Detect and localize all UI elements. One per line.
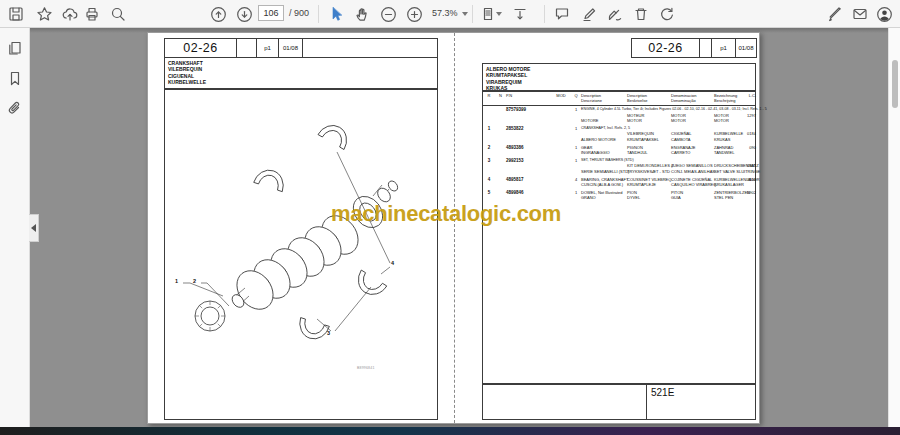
toolbar-separator [318, 5, 319, 23]
column-header: L.C. [745, 94, 756, 99]
column-header: R [483, 94, 495, 99]
callout-2: 2 [193, 278, 196, 284]
left-page-header: 02-26 p1 01/08 [164, 38, 438, 58]
description-cell: KRUMTAPAKSEL [627, 137, 671, 143]
description-cell: CONJ. MEIAS-ANILHAS [671, 169, 714, 175]
description-cell: TRYKSKIVESÆT - STD [627, 169, 671, 175]
table-row: 329921531SET, THRUST WASHERS (STD)KIT DE… [483, 158, 755, 175]
zoom-out-icon[interactable] [376, 2, 400, 26]
parts-table-rows: 875793991ENGINE, 4 Cylinder 4.5L Turbo, … [483, 107, 755, 203]
description-cell: CASQUILHO VIRABREQ. [671, 182, 714, 188]
table-row: 448958174BEARING, CRANKSHAFTCOUSSINET VI… [483, 177, 755, 188]
select-tool-icon[interactable] [324, 2, 348, 26]
previous-page-icon[interactable] [206, 2, 230, 26]
star-icon[interactable] [32, 2, 56, 26]
header-spacer [237, 39, 257, 57]
hand-tool-icon[interactable] [350, 2, 374, 26]
crankshaft-drawing [165, 90, 437, 419]
toolbar-separator [472, 5, 473, 23]
callout-3: 3 [327, 330, 330, 336]
rotate-icon[interactable] [655, 2, 679, 26]
description-cell: GRANO [581, 195, 627, 201]
document-viewer[interactable]: 02-26 p1 01/08 CRANKSHAFT VILEBREQUIN CI… [30, 28, 888, 427]
scrolling-mode-icon[interactable] [508, 2, 532, 26]
description-cell: TANDWIEL [714, 150, 745, 156]
model-box-empty-cell [483, 385, 647, 419]
description-cell: CARRETO [671, 150, 714, 156]
section-number: 02-26 [165, 39, 237, 57]
description-cell: KRUMTAPLEJE [627, 182, 671, 188]
header-spacer [303, 39, 437, 57]
search-icon[interactable] [106, 2, 130, 26]
collapse-arrow-icon [31, 224, 36, 232]
figure-code: B8996841 [357, 366, 375, 370]
fill-sign-pen-icon[interactable] [822, 2, 846, 26]
description-cell: DYVEL [627, 195, 671, 201]
account-icon[interactable] [872, 2, 896, 26]
revision-label: 01/08 [736, 39, 756, 57]
table-row: 248933861GEARPIGNONENGRANAJEZAHNRAD090IN… [483, 145, 755, 156]
table-row: 128538221CRANKSHAFT, Incl. Refs. 2, 5VIL… [483, 126, 755, 143]
zoom-in-icon[interactable] [402, 2, 426, 26]
signature-icon[interactable] [603, 2, 627, 26]
parts-table-header: RNP.NMODQDescription DescrizioneDescript… [483, 92, 755, 106]
model-code: 521E [647, 385, 755, 419]
comment-icon[interactable] [550, 2, 574, 26]
delete-icon[interactable] [629, 2, 653, 26]
attachments-icon[interactable] [3, 96, 27, 120]
page-view-caret-icon[interactable] [496, 12, 502, 16]
next-page-icon[interactable] [232, 2, 256, 26]
fold-line [454, 33, 455, 423]
save-icon[interactable] [4, 2, 28, 26]
sidebar-rail [0, 28, 30, 427]
description-cell: STEL PEN [714, 195, 745, 201]
description-cell: KRUKASLAGER [714, 182, 745, 188]
description-cell: MOTOR [671, 118, 714, 124]
description-cell: TANDHJUL [627, 150, 671, 156]
model-box: 521E [482, 384, 756, 420]
description-cell: KRUKAS [714, 137, 745, 143]
bookmarks-icon[interactable] [3, 66, 27, 90]
scrollbar-thumb[interactable] [892, 60, 898, 108]
description-cell: SERIE SEMIANELLI (STD) [581, 169, 627, 175]
parts-table: RNP.NMODQDescription DescrizioneDescript… [482, 91, 756, 384]
pdf-page-spread: 02-26 p1 01/08 CRANKSHAFT VILEBREQUIN CI… [147, 32, 760, 424]
description-cell: CAMBOTA [671, 137, 714, 143]
table-row: 548998461DOWEL, Not IllustratedPIONPITON… [483, 190, 755, 201]
print-icon[interactable] [80, 2, 104, 26]
zoom-caret-icon[interactable] [462, 12, 468, 16]
description-cell: MOTOR [714, 118, 745, 124]
page-label: p1 [712, 39, 736, 57]
page-count-label: / 900 [289, 8, 309, 18]
header-spacer [700, 39, 712, 57]
column-header: Description Beskrivelse [627, 94, 671, 104]
title-de: KURBELWELLE [168, 79, 434, 85]
pdf-viewer-window: / 900 57.3% 02-26 [0, 0, 900, 435]
exploded-view-frame: 1 2 3 4 B8996841 [164, 89, 438, 420]
description-cell: CUSCIN.(ALB.A GOM.) [581, 182, 627, 188]
pencil-highlight-icon[interactable] [577, 2, 601, 26]
description-cell: ALBERO MOTORE [581, 137, 627, 143]
page-thumbnails-icon[interactable] [3, 36, 27, 60]
zoom-level-value[interactable]: 57.3% [432, 8, 458, 18]
column-header: Description Descrizione [581, 94, 627, 104]
watermark: machinecatalogic.com [331, 201, 561, 227]
cloud-upload-icon[interactable] [58, 2, 82, 26]
vertical-scrollbar[interactable] [888, 28, 900, 427]
table-row: 875793991ENGINE, 4 Cylinder 4.5L Turbo, … [483, 107, 755, 124]
page-number-input[interactable] [258, 5, 284, 21]
section-number: 02-26 [632, 39, 700, 57]
left-page-titles: CRANKSHAFT VILEBREQUIN CIGUENAL KURBELWE… [164, 57, 438, 89]
column-header: P.N [506, 94, 551, 99]
column-header: Denominacion Denominação [671, 94, 714, 104]
column-header: MOD [551, 94, 571, 99]
main-toolbar: / 900 57.3% [0, 0, 900, 28]
taskbar-edge [0, 427, 900, 435]
callout-1: 1 [175, 278, 178, 284]
panel-toggle-button[interactable] [29, 214, 39, 242]
column-header: Q [571, 94, 581, 99]
description-cell: MOTORE [581, 118, 627, 124]
description-cell: INGRANAGGIO [581, 150, 627, 156]
email-icon[interactable] [848, 2, 872, 26]
column-header: N [495, 94, 506, 99]
